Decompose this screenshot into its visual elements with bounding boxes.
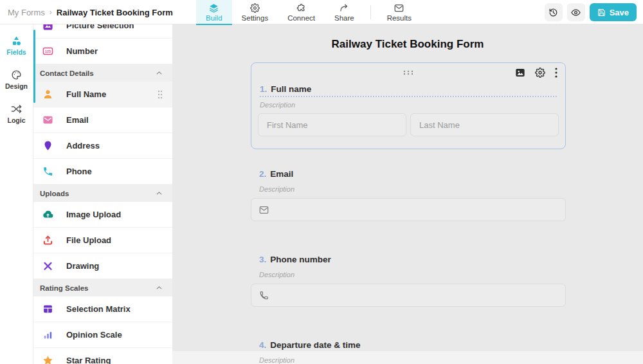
- tab-share-label: Share: [334, 14, 354, 22]
- preview-button[interactable]: [567, 3, 585, 21]
- section-header-rating-scales[interactable]: Rating Scales: [33, 279, 172, 296]
- field-type-image-upload[interactable]: Image Upload: [33, 202, 172, 228]
- image-icon[interactable]: [515, 68, 525, 78]
- breadcrumb-my-forms[interactable]: My Forms: [8, 8, 45, 17]
- field-type-phone[interactable]: Phone: [33, 159, 172, 185]
- field-description-placeholder[interactable]: Description: [259, 185, 566, 193]
- field-block-departure[interactable]: 4. Departure date & time Description: [251, 340, 566, 364]
- tabs-divider: [370, 5, 371, 19]
- save-button-label: Save: [610, 8, 629, 17]
- field-type-label: Image Upload: [66, 210, 121, 219]
- save-button[interactable]: Save: [590, 3, 637, 21]
- section-header-contact-details[interactable]: Contact Details: [33, 64, 172, 82]
- field-label[interactable]: Email: [270, 169, 293, 179]
- tab-settings[interactable]: Settings: [232, 0, 278, 24]
- chevron-up-icon: [155, 69, 163, 77]
- last-name-input[interactable]: [410, 113, 559, 136]
- field-block-email[interactable]: 2. Email Description: [251, 169, 566, 221]
- field-type-star-rating[interactable]: Star Rating: [33, 348, 172, 364]
- form-title[interactable]: Railway Ticket Booking Form: [172, 38, 643, 51]
- editable-underline: [260, 96, 557, 97]
- envelope-icon: [259, 205, 269, 215]
- tab-connect[interactable]: Connect: [278, 0, 325, 24]
- map-pin-icon: [42, 140, 53, 151]
- phone-icon: [42, 166, 53, 177]
- breadcrumb: My Forms › Railway Ticket Booking Form: [8, 0, 173, 24]
- star-icon: [42, 355, 53, 364]
- field-description-placeholder[interactable]: Description: [260, 101, 295, 109]
- top-header: My Forms › Railway Ticket Booking Form B…: [0, 0, 643, 24]
- field-number: 4.: [259, 340, 266, 350]
- rail-item-design[interactable]: Design: [0, 62, 33, 96]
- phone-icon: [259, 291, 269, 300]
- fields-panel-list: Picture Selection 123 Number Contact Det…: [33, 24, 172, 364]
- field-number: 3.: [259, 255, 266, 264]
- gear-icon[interactable]: [535, 68, 545, 78]
- tab-build[interactable]: Build: [196, 0, 232, 24]
- first-name-input[interactable]: [258, 113, 406, 136]
- breadcrumb-separator: ›: [50, 8, 52, 17]
- builder-rail: Fields Design Logic: [0, 24, 33, 364]
- drag-handle-icon[interactable]: [157, 89, 163, 100]
- field-card-full-name[interactable]: 1. Full name Description: [251, 62, 566, 149]
- field-type-label: Opinion Scale: [66, 330, 122, 340]
- eye-icon: [571, 8, 581, 17]
- rail-logic-label: Logic: [8, 116, 26, 124]
- save-icon: [597, 8, 606, 17]
- field-type-label: Address: [66, 141, 100, 150]
- field-type-label: Drawing: [66, 261, 99, 271]
- field-number: 1.: [260, 84, 267, 94]
- panel-scrollbar-thumb[interactable]: [33, 30, 35, 103]
- section-header-label: Contact Details: [40, 69, 94, 77]
- field-type-full-name[interactable]: Full Name: [33, 82, 172, 107]
- tab-results-label: Results: [387, 14, 412, 22]
- field-label[interactable]: Phone number: [270, 255, 331, 264]
- field-label-row: 3. Phone number: [259, 255, 566, 264]
- field-type-label: Phone: [66, 167, 92, 176]
- name-inputs-row: [258, 113, 559, 136]
- tab-results[interactable]: Results: [377, 0, 421, 24]
- field-description-placeholder[interactable]: Description: [259, 356, 566, 364]
- field-label[interactable]: Full name: [271, 84, 311, 94]
- history-button[interactable]: [545, 3, 563, 21]
- field-label[interactable]: Departure date & time: [270, 340, 360, 350]
- field-description-placeholder[interactable]: Description: [259, 271, 566, 278]
- field-type-number[interactable]: 123 Number: [33, 39, 172, 64]
- phone-input[interactable]: [251, 284, 566, 307]
- tab-build-label: Build: [206, 14, 222, 22]
- kebab-menu-icon[interactable]: [555, 68, 557, 78]
- bar-chart-icon: [42, 329, 53, 340]
- rail-item-logic[interactable]: Logic: [0, 96, 33, 131]
- drag-handle-icon[interactable]: [403, 69, 414, 76]
- mail-icon: [394, 3, 404, 13]
- field-type-selection-matrix[interactable]: Selection Matrix: [33, 296, 172, 322]
- section-header-label: Rating Scales: [40, 284, 88, 292]
- tab-settings-label: Settings: [242, 14, 269, 22]
- field-block-phone[interactable]: 3. Phone number Description: [251, 255, 566, 307]
- field-type-file-upload[interactable]: File Upload: [33, 228, 172, 253]
- field-type-label: Picture Selection: [66, 24, 134, 30]
- tab-share[interactable]: Share: [325, 0, 364, 24]
- field-type-drawing[interactable]: Drawing: [33, 253, 172, 279]
- field-type-label: Full Name: [66, 89, 106, 99]
- puzzle-icon: [296, 3, 306, 13]
- field-type-picture-selection[interactable]: Picture Selection: [33, 24, 172, 39]
- file-upload-icon: [42, 235, 53, 246]
- form-canvas: Railway Ticket Booking Form 1. Full name…: [172, 24, 643, 364]
- field-label-row: 4. Departure date & time: [259, 340, 566, 350]
- field-type-label: Star Rating: [66, 356, 111, 364]
- chevron-up-icon: [155, 189, 163, 197]
- palette-icon: [11, 69, 22, 80]
- email-input[interactable]: [251, 198, 566, 221]
- shuffle-icon: [11, 104, 22, 114]
- field-type-opinion-scale[interactable]: Opinion Scale: [33, 322, 172, 348]
- section-header-uploads[interactable]: Uploads: [33, 185, 172, 202]
- field-type-email[interactable]: Email: [33, 107, 172, 133]
- field-type-address[interactable]: Address: [33, 133, 172, 159]
- picture-icon: [42, 24, 53, 31]
- main-tabs: Build Settings Connect Share Results: [196, 0, 421, 24]
- rail-item-fields[interactable]: Fields: [0, 28, 33, 62]
- field-label-row: 2. Email: [259, 169, 566, 179]
- field-label-row[interactable]: 1. Full name: [260, 84, 311, 94]
- tab-connect-label: Connect: [287, 14, 315, 22]
